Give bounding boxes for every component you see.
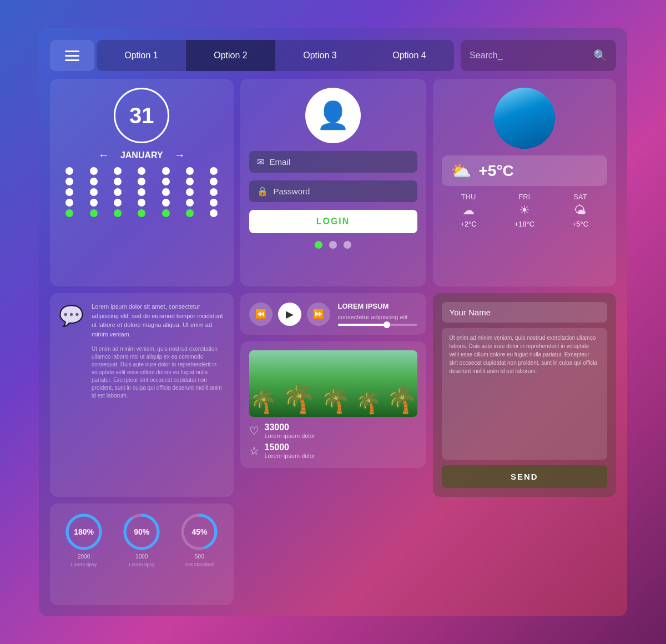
rewind-button[interactable]: ⏪ bbox=[249, 303, 273, 326]
cal-day bbox=[186, 178, 194, 185]
prev-month-button[interactable]: ← bbox=[98, 149, 109, 162]
form-card: Your Name Ut enim ad minim veniam, quis … bbox=[433, 293, 617, 497]
thu-icon: ☁ bbox=[462, 203, 475, 218]
cal-day bbox=[186, 199, 194, 207]
cal-day bbox=[114, 178, 122, 185]
image-card: 🌴 🌴 🌴 🌴 🌴 ♡ 33000 Lorem ipsum bbox=[240, 341, 426, 468]
cal-day bbox=[65, 178, 73, 185]
nav-tab-option3[interactable]: Option 3 bbox=[275, 40, 365, 71]
email-icon: ✉ bbox=[257, 157, 264, 167]
cal-day bbox=[162, 188, 170, 196]
email-field[interactable]: ✉ Email bbox=[249, 151, 417, 173]
weather-scene bbox=[494, 88, 555, 149]
login-card: 👤 ✉ Email 🔒 Password LOGIN bbox=[240, 79, 426, 286]
password-field[interactable]: 🔒 Password bbox=[249, 180, 417, 202]
send-button[interactable]: SEND bbox=[442, 465, 608, 488]
nav-tab-option1[interactable]: Option 1 bbox=[97, 40, 186, 71]
stat-sublabel-2: 1000 bbox=[135, 554, 148, 560]
cal-day bbox=[90, 188, 98, 196]
palm-scene: 🌴 🌴 🌴 🌴 🌴 bbox=[249, 350, 417, 417]
cal-day bbox=[210, 188, 218, 196]
dot-inactive bbox=[344, 241, 351, 249]
cal-day bbox=[114, 188, 122, 196]
thu-label: THU bbox=[461, 193, 476, 201]
nav-tab-option4[interactable]: Option 4 bbox=[365, 40, 454, 71]
stat-value-3: 45% bbox=[191, 527, 207, 536]
weather-day-fri: FRI ☀ +18°C bbox=[514, 193, 534, 228]
thu-temp: +2°C bbox=[460, 220, 476, 228]
chat-text-area: Lorem ipsum dolor sit amet, consectetur … bbox=[92, 302, 225, 400]
stat-sublabel-text-2: Lorem tipsy bbox=[129, 562, 155, 567]
calendar-grid bbox=[59, 167, 225, 217]
stat-sublabel-1: 2000 bbox=[78, 554, 90, 560]
circle-stats: 180% 2000 Lorem tipsy 90% bbox=[59, 512, 225, 567]
nav-tabs: Option 1 Option 2 Option 3 Option 4 bbox=[97, 40, 454, 71]
cal-day bbox=[138, 199, 145, 207]
progress-circle-2: 90% bbox=[122, 512, 161, 551]
cal-day bbox=[65, 199, 73, 207]
login-button[interactable]: LOGIN bbox=[249, 210, 417, 233]
heart-icon: ♡ bbox=[249, 424, 259, 437]
password-label: Password bbox=[274, 187, 310, 196]
nav-tab-option2[interactable]: Option 2 bbox=[186, 40, 275, 71]
stars-label: Lorem ipsum dolor bbox=[265, 452, 315, 459]
weather-day-thu: THU ☁ +2°C bbox=[460, 193, 476, 228]
chat-secondary-text: Ut enim ad minim veniam, quis nostrud ex… bbox=[92, 345, 225, 400]
cal-day bbox=[65, 167, 73, 175]
player-controls: ⏪ ▶ ⏩ bbox=[249, 303, 330, 326]
search-bar[interactable]: Search_ 🔍 bbox=[461, 40, 616, 71]
stat-sublabel-text-3: Set standard bbox=[185, 562, 214, 567]
likes-count: 33000 bbox=[265, 422, 315, 432]
chat-bubble-icon: 💬 bbox=[59, 304, 84, 328]
calendar-month: JANUARY bbox=[120, 150, 163, 160]
stats-card: 180% 2000 Lorem tipsy 90% bbox=[50, 504, 234, 605]
dot-active bbox=[315, 241, 322, 249]
fast-forward-button[interactable]: ⏩ bbox=[307, 303, 330, 326]
stars-row: ☆ 15000 Lorem ipsum dolor bbox=[249, 442, 417, 459]
search-icon: 🔍 bbox=[593, 49, 607, 62]
image-stats: ♡ 33000 Lorem ipsum dolor ☆ 15000 Lorem … bbox=[249, 422, 417, 459]
stat-value-1: 180% bbox=[74, 527, 94, 536]
stat-sublabel-text-1: Lorem tipsy bbox=[71, 562, 97, 567]
cal-day bbox=[186, 167, 194, 175]
cal-day-active bbox=[65, 209, 73, 217]
cal-day bbox=[162, 199, 170, 207]
weather-day-sat: SAT 🌤 +5°C bbox=[572, 193, 588, 228]
player-info: LOREM IPSUM consectetur adipiscing elit bbox=[338, 302, 417, 326]
chat-primary-text: Lorem ipsum dolor sit amet, consectetur … bbox=[92, 302, 225, 339]
stat-value-2: 90% bbox=[134, 527, 149, 536]
stat-circle-2: 90% 1000 Lorem tipsy bbox=[122, 512, 161, 567]
progress-circle-1: 180% bbox=[64, 512, 103, 551]
fri-icon: ☀ bbox=[519, 203, 530, 218]
calendar-month-nav: ← JANUARY → bbox=[98, 149, 185, 162]
weather-cloud-sun-icon: ⛅ bbox=[451, 161, 471, 180]
stars-info: 15000 Lorem ipsum dolor bbox=[265, 442, 315, 459]
app-container: Option 1 Option 2 Option 3 Option 4 Sear… bbox=[39, 28, 627, 616]
name-input[interactable]: Your Name bbox=[442, 302, 608, 323]
next-month-button[interactable]: → bbox=[174, 149, 185, 162]
player-subtitle: consectetur adipiscing elit bbox=[338, 314, 417, 320]
progress-circle-3: 45% bbox=[180, 512, 219, 551]
cal-day bbox=[138, 188, 145, 196]
likes-label: Lorem ipsum dolor bbox=[265, 432, 315, 439]
play-button[interactable]: ▶ bbox=[278, 303, 301, 326]
player-title: LOREM IPSUM bbox=[338, 302, 417, 310]
weather-forecast: THU ☁ +2°C FRI ☀ +18°C SAT 🌤 +5°C bbox=[442, 193, 608, 228]
sat-label: SAT bbox=[573, 193, 587, 201]
avatar: 👤 bbox=[305, 88, 361, 143]
cal-day-active bbox=[138, 209, 145, 217]
cal-day bbox=[90, 199, 98, 207]
lock-icon: 🔒 bbox=[257, 186, 268, 197]
message-textarea[interactable]: Ut enim ad minim veniam, quis nostrud ex… bbox=[442, 328, 608, 460]
cal-day-active bbox=[162, 209, 170, 217]
fri-temp: +18°C bbox=[514, 220, 534, 228]
cal-day bbox=[114, 167, 122, 175]
player-progress-fill bbox=[338, 324, 386, 326]
cal-day-active bbox=[186, 209, 194, 217]
cal-day bbox=[210, 209, 218, 217]
main-grid: 31 ← JANUARY → bbox=[50, 79, 616, 605]
player-progress-knob[interactable] bbox=[384, 321, 390, 328]
player-progress-bar[interactable] bbox=[338, 324, 417, 326]
menu-button[interactable] bbox=[50, 40, 94, 71]
cal-day bbox=[210, 199, 218, 207]
